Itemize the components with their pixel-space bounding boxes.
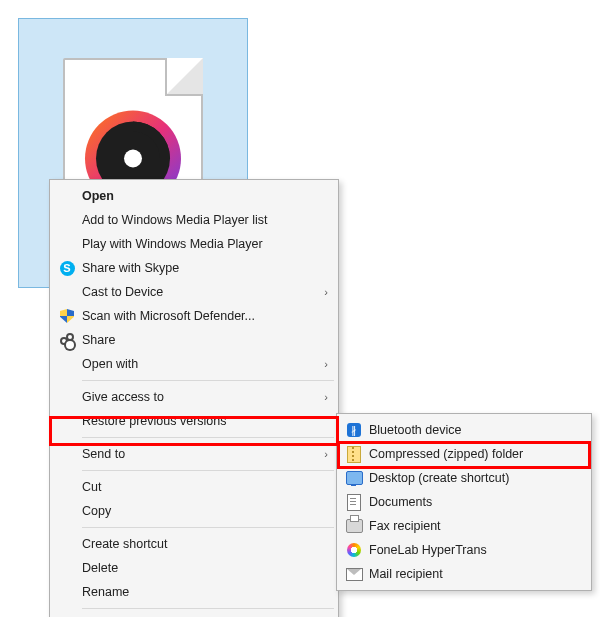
menu-cast-to-device[interactable]: Cast to Device › (52, 280, 336, 304)
zip-icon (347, 446, 361, 463)
menu-play-wmp[interactable]: Play with Windows Media Player (52, 232, 336, 256)
menu-share[interactable]: Share (52, 328, 336, 352)
menu-open-with[interactable]: Open with › (52, 352, 336, 376)
menu-separator (82, 527, 334, 528)
menu-share-skype[interactable]: S Share with Skype (52, 256, 336, 280)
sendto-documents[interactable]: Documents (339, 490, 589, 514)
mail-icon (346, 568, 363, 581)
context-menu: Open Add to Windows Media Player list Pl… (49, 179, 339, 617)
sendto-desktop-shortcut[interactable]: Desktop (create shortcut) (339, 466, 589, 490)
svg-point-2 (124, 150, 142, 168)
sendto-fax[interactable]: Fax recipient (339, 514, 589, 538)
skype-icon: S (60, 261, 75, 276)
fax-icon (346, 519, 363, 533)
menu-cut[interactable]: Cut (52, 475, 336, 499)
menu-properties[interactable]: Properties (52, 613, 336, 617)
menu-delete[interactable]: Delete (52, 556, 336, 580)
menu-open[interactable]: Open (52, 184, 336, 208)
menu-rename[interactable]: Rename (52, 580, 336, 604)
sendto-bluetooth[interactable]: ∦ Bluetooth device (339, 418, 589, 442)
chevron-right-icon: › (318, 286, 328, 298)
menu-separator (82, 380, 334, 381)
sendto-mail[interactable]: Mail recipient (339, 562, 589, 586)
menu-send-to[interactable]: Send to › (52, 442, 336, 466)
menu-add-wmp-list[interactable]: Add to Windows Media Player list (52, 208, 336, 232)
page-fold (165, 58, 203, 96)
bluetooth-icon: ∦ (347, 423, 361, 437)
menu-separator (82, 608, 334, 609)
shield-icon (60, 309, 74, 323)
menu-separator (82, 470, 334, 471)
chevron-right-icon: › (318, 358, 328, 370)
menu-give-access-to[interactable]: Give access to › (52, 385, 336, 409)
sendto-fonelab[interactable]: FoneLab HyperTrans (339, 538, 589, 562)
menu-restore-previous[interactable]: Restore previous versions (52, 409, 336, 433)
desktop-icon (346, 471, 363, 485)
document-icon (347, 494, 361, 511)
menu-create-shortcut[interactable]: Create shortcut (52, 532, 336, 556)
chevron-right-icon: › (318, 391, 328, 403)
sendto-compressed-folder[interactable]: Compressed (zipped) folder (339, 442, 589, 466)
menu-scan-defender[interactable]: Scan with Microsoft Defender... (52, 304, 336, 328)
desktop-area[interactable]: Open Add to Windows Media Player list Pl… (0, 0, 600, 617)
sendto-submenu: ∦ Bluetooth device Compressed (zipped) f… (336, 413, 592, 591)
menu-copy[interactable]: Copy (52, 499, 336, 523)
menu-separator (82, 437, 334, 438)
chevron-right-icon: › (318, 448, 328, 460)
share-icon (60, 333, 74, 347)
fonelab-icon (347, 543, 361, 557)
